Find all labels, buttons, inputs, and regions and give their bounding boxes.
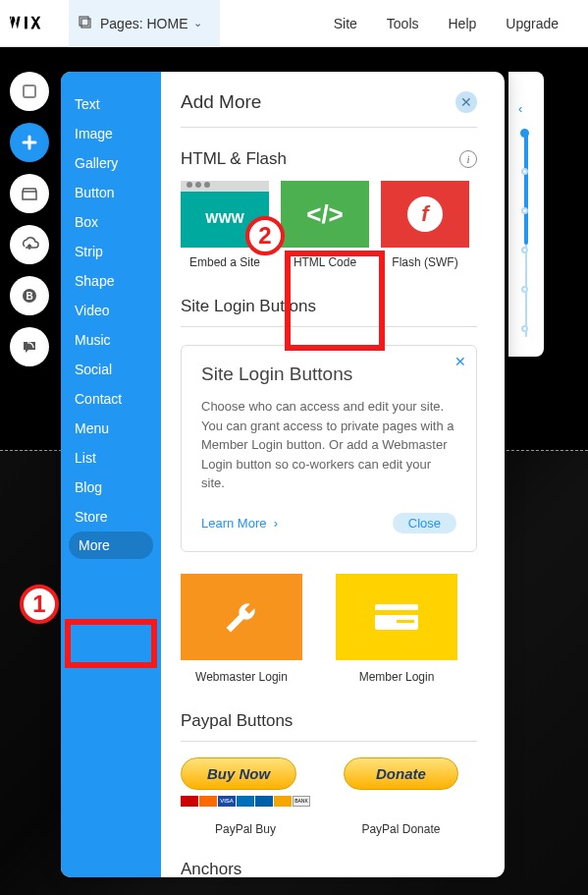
add-panel: Text Image Gallery Button Box Strip Shap…	[61, 72, 505, 877]
tile-flash[interactable]: f Flash (SWF)	[381, 181, 469, 269]
cat-gallery[interactable]: Gallery	[61, 148, 161, 178]
cat-button[interactable]: Button	[61, 178, 161, 207]
tile-paypal-buy[interactable]: Buy Now VISABANK PayPal Buy	[181, 757, 310, 836]
card-body: Choose who can access and edit your site…	[201, 397, 456, 493]
cat-strip[interactable]: Strip	[61, 237, 161, 266]
cat-more[interactable]: More	[69, 531, 153, 559]
rail-blog-button[interactable]: B	[10, 276, 49, 315]
nav-help[interactable]: Help	[449, 16, 477, 31]
card-footer: Learn More › Close	[201, 513, 456, 533]
pages-dropdown[interactable]: Pages: HOME ⌄	[69, 0, 220, 47]
tile-webmaster-login[interactable]: Webmaster Login	[181, 574, 302, 684]
scroll-dot-6[interactable]	[521, 325, 528, 332]
card-close-icon[interactable]: ✕	[454, 354, 466, 369]
rail-add-button[interactable]	[10, 123, 49, 162]
cat-box[interactable]: Box	[61, 207, 161, 237]
cat-music[interactable]: Music	[61, 325, 161, 355]
section-anchors-header: Anchors	[181, 860, 477, 878]
rail-pages-button[interactable]	[10, 72, 49, 111]
rail-market-button[interactable]	[10, 174, 49, 213]
category-sidebar: Text Image Gallery Button Box Strip Shap…	[61, 72, 161, 877]
svg-rect-7	[375, 610, 418, 615]
cat-shape[interactable]: Shape	[61, 266, 161, 296]
paypal-row: Buy Now VISABANK PayPal Buy Donate PayPa…	[181, 757, 477, 836]
svg-rect-8	[397, 620, 414, 623]
card-title: Site Login Buttons	[201, 364, 456, 385]
section-anchors-title: Anchors	[181, 860, 241, 878]
svg-rect-3	[24, 85, 35, 97]
left-tools-rail: B	[10, 72, 57, 366]
scroll-dot-5[interactable]	[521, 286, 528, 293]
html-tiles-row: WWW Embed a Site </> HTML Code f Flash (…	[181, 181, 477, 269]
nav-upgrade[interactable]: Upgrade	[506, 16, 559, 31]
card-icon	[336, 574, 457, 660]
cat-video[interactable]: Video	[61, 296, 161, 325]
member-login-label: Member Login	[359, 670, 435, 684]
divider	[181, 741, 477, 742]
login-info-card: ✕ Site Login Buttons Choose who can acce…	[181, 345, 477, 552]
section-html-header: HTML & Flash i	[181, 149, 477, 169]
paypal-buy-button: Buy Now	[181, 757, 296, 790]
cat-menu[interactable]: Menu	[61, 414, 161, 443]
cat-store[interactable]: Store	[61, 502, 161, 531]
flash-label: Flash (SWF)	[392, 255, 457, 269]
rail-uploads-button[interactable]	[10, 225, 49, 264]
embed-site-icon: WWW	[181, 181, 269, 248]
learn-more-link[interactable]: Learn More ›	[201, 516, 278, 531]
top-bar: Pages: HOME ⌄ Site Tools Help Upgrade	[0, 0, 588, 47]
flash-icon: f	[381, 181, 469, 248]
svg-rect-2	[80, 17, 88, 26]
login-tiles-row: Webmaster Login Member Login	[181, 574, 477, 684]
info-icon[interactable]: i	[459, 150, 477, 168]
scroll-active-bar	[524, 131, 528, 245]
cat-contact[interactable]: Contact	[61, 384, 161, 414]
svg-rect-6	[375, 604, 418, 630]
paypal-buy-label: PayPal Buy	[182, 822, 309, 836]
tile-paypal-donate[interactable]: Donate PayPal Donate	[344, 757, 458, 836]
scroll-dot-4[interactable]	[521, 247, 528, 253]
section-paypal-title: Paypal Buttons	[181, 711, 293, 731]
divider	[181, 326, 477, 327]
html-code-icon: </>	[281, 181, 369, 248]
nav-tools[interactable]: Tools	[387, 16, 419, 31]
html-code-label: HTML Code	[294, 255, 356, 269]
section-html-title: HTML & Flash	[181, 149, 287, 169]
webmaster-login-label: Webmaster Login	[195, 670, 288, 684]
scroll-dot-3[interactable]	[521, 207, 528, 214]
scroll-dot-2[interactable]	[521, 168, 528, 175]
section-login-header: Site Login Buttons	[181, 297, 477, 316]
card-close-button[interactable]: Close	[393, 513, 456, 533]
cat-list[interactable]: List	[61, 443, 161, 473]
panel-close-button[interactable]: ✕	[455, 91, 477, 113]
pages-icon	[79, 16, 94, 31]
paypal-donate-label: PayPal Donate	[361, 822, 440, 836]
wrench-icon	[181, 574, 302, 660]
chevron-down-icon: ⌄	[193, 17, 202, 29]
tile-html-code[interactable]: </> HTML Code	[281, 181, 369, 269]
chevron-left-icon[interactable]: ‹	[518, 101, 522, 116]
pages-label: Pages: HOME	[100, 16, 187, 31]
section-login-title: Site Login Buttons	[181, 297, 316, 316]
tile-embed-site[interactable]: WWW Embed a Site	[181, 181, 269, 269]
cat-social[interactable]: Social	[61, 355, 161, 384]
nav-site[interactable]: Site	[334, 16, 357, 31]
rail-chat-button[interactable]	[10, 327, 49, 366]
svg-rect-0	[25, 16, 27, 28]
panel-content: Add More ✕ HTML & Flash i WWW Embed a Si…	[161, 72, 505, 877]
top-nav: Site Tools Help Upgrade	[334, 16, 588, 31]
panel-header: Add More ✕	[181, 91, 477, 128]
embed-site-label: Embed a Site	[189, 255, 260, 269]
section-paypal-header: Paypal Buttons	[181, 711, 477, 731]
wix-logo[interactable]	[0, 13, 69, 34]
tile-member-login[interactable]: Member Login	[336, 574, 457, 684]
cat-text[interactable]: Text	[61, 89, 161, 119]
svg-text:B: B	[26, 291, 32, 302]
scroll-dot-1[interactable]	[520, 129, 529, 138]
card-logos: VISABANK	[181, 796, 310, 807]
cat-image[interactable]: Image	[61, 119, 161, 148]
paypal-donate-button: Donate	[344, 757, 458, 790]
section-scroll-indicator: ‹	[508, 72, 544, 357]
svg-rect-1	[81, 19, 90, 28]
panel-title: Add More	[181, 91, 261, 113]
cat-blog[interactable]: Blog	[61, 473, 161, 502]
